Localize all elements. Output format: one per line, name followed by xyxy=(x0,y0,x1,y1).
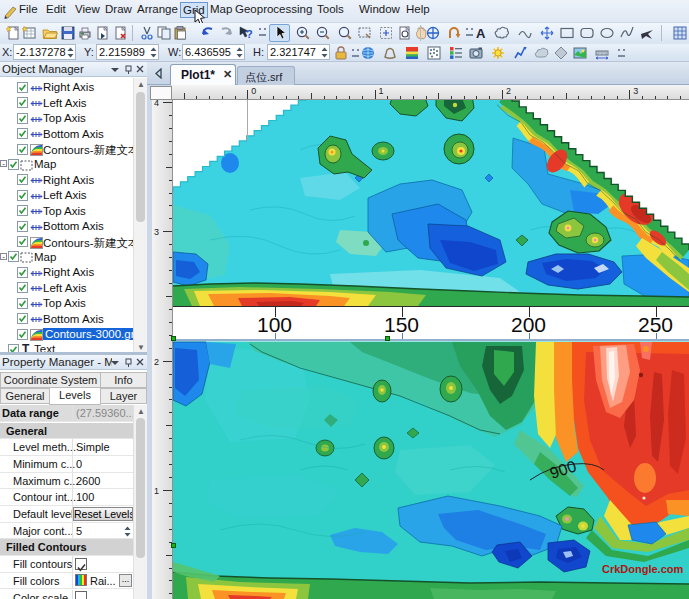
svg-text:?: ? xyxy=(246,28,253,40)
svg-text:CrkDongle.com: CrkDongle.com xyxy=(602,563,684,575)
